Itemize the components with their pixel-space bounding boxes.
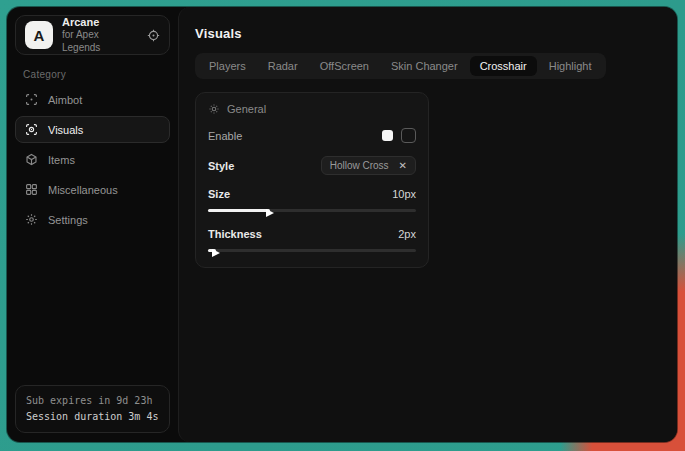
brand-card: A Arcane for Apex Legends <box>15 15 170 55</box>
enable-label: Enable <box>208 130 242 142</box>
app-title: Arcane <box>62 16 138 30</box>
aimbot-crosshair-icon <box>25 93 38 106</box>
visuals-eye-icon <box>25 123 38 136</box>
subscription-card: Sub expires in 9d 23h Session duration 3… <box>15 385 170 433</box>
sidebar-item-aimbot[interactable]: Aimbot <box>15 86 170 113</box>
sidebar: A Arcane for Apex Legends Category <box>7 7 178 442</box>
tab-crosshair[interactable]: Crosshair <box>470 56 537 76</box>
brand-text: Arcane for Apex Legends <box>62 16 138 55</box>
thickness-label: Thickness <box>208 228 262 240</box>
tab-offscreen[interactable]: OffScreen <box>310 56 379 76</box>
session-duration-text: Session duration 3m 4s <box>26 409 159 425</box>
enable-checkbox-checked[interactable] <box>382 130 393 141</box>
tab-highlight[interactable]: Highlight <box>539 56 602 76</box>
category-label: Category <box>23 69 162 80</box>
sidebar-item-label: Aimbot <box>48 94 82 106</box>
misc-grid-icon <box>25 183 38 196</box>
sidebar-nav: Aimbot Visuals Items <box>15 86 170 233</box>
target-icon[interactable] <box>147 29 160 42</box>
enable-keybind-box[interactable] <box>401 128 416 143</box>
general-tune-icon <box>208 103 220 115</box>
style-select[interactable]: Hollow Cross ✕ <box>321 156 416 175</box>
size-row: Size 10px <box>208 188 416 200</box>
tab-radar[interactable]: Radar <box>258 56 308 76</box>
page-title: Visuals <box>195 26 661 41</box>
clear-icon[interactable]: ✕ <box>399 160 407 171</box>
sidebar-item-label: Visuals <box>48 124 83 136</box>
size-label: Size <box>208 188 230 200</box>
slider-fill <box>208 209 270 212</box>
visuals-tabstrip: Players Radar OffScreen Skin Changer Cro… <box>195 53 606 79</box>
sidebar-item-items[interactable]: Items <box>15 146 170 173</box>
sidebar-item-visuals[interactable]: Visuals <box>15 116 170 143</box>
tab-skin-changer[interactable]: Skin Changer <box>381 56 468 76</box>
thickness-value: 2px <box>398 228 416 240</box>
gear-icon <box>25 213 38 226</box>
sidebar-item-label: Settings <box>48 214 88 226</box>
sub-expires-text: Sub expires in 9d 23h <box>26 393 159 409</box>
slider-fill <box>208 249 216 252</box>
app-logo: A <box>25 21 53 49</box>
general-settings-card: General Enable Style Hollow Cross ✕ Size… <box>195 92 429 268</box>
slider-thumb[interactable] <box>266 209 274 217</box>
sidebar-item-label: Miscellaneous <box>48 184 118 196</box>
enable-row: Enable <box>208 128 416 143</box>
slider-track <box>208 249 416 252</box>
size-slider[interactable] <box>208 206 416 215</box>
sidebar-item-label: Items <box>48 154 75 166</box>
size-value: 10px <box>392 188 416 200</box>
main-panel: Visuals Players Radar OffScreen Skin Cha… <box>178 7 677 442</box>
style-label: Style <box>208 160 234 172</box>
slider-thumb[interactable] <box>212 249 220 257</box>
style-row: Style Hollow Cross ✕ <box>208 156 416 175</box>
items-box-icon <box>25 153 38 166</box>
app-subtitle: for Apex Legends <box>62 29 138 54</box>
section-header: General <box>208 103 416 115</box>
app-window: A Arcane for Apex Legends Category <box>7 7 677 442</box>
thickness-slider[interactable] <box>208 246 416 255</box>
sidebar-item-miscellaneous[interactable]: Miscellaneous <box>15 176 170 203</box>
style-value: Hollow Cross <box>330 160 389 171</box>
sidebar-item-settings[interactable]: Settings <box>15 206 170 233</box>
thickness-row: Thickness 2px <box>208 228 416 240</box>
tab-players[interactable]: Players <box>199 56 256 76</box>
section-title: General <box>227 103 266 115</box>
